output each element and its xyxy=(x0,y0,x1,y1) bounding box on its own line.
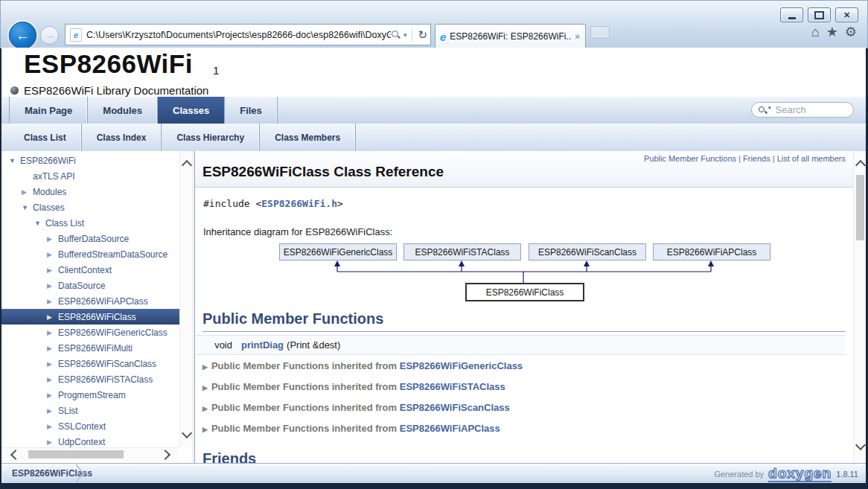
sidebar-item-clientcontext[interactable]: ▶ClientContext xyxy=(1,262,179,278)
inherited-class-link[interactable]: ESP8266WiFiGenericClass xyxy=(400,360,523,371)
sidebar-item-esp8266wifiscanclass[interactable]: ▶ESP8266WiFiScanClass xyxy=(1,356,179,371)
tree-collapsed-arrow-icon[interactable]: ▶ xyxy=(47,407,58,415)
sidebar-item-esp8266wifistaclass[interactable]: ▶ESP8266WiFiSTAClass xyxy=(1,371,179,387)
dropdown-caret-icon[interactable]: ▾ xyxy=(403,31,407,39)
sidebar-item-class-list[interactable]: ▼Class List xyxy=(1,215,179,231)
expand-arrow-icon[interactable]: ▶ xyxy=(202,405,208,412)
member-return-type: void xyxy=(195,339,232,351)
summary-link-friends[interactable]: Friends xyxy=(743,154,770,163)
tree-collapsed-arrow-icon[interactable]: ▶ xyxy=(47,438,58,446)
sidebar-item-esp8266wifiapclass[interactable]: ▶ESP8266WiFiAPClass xyxy=(1,293,179,309)
scrollbar-thumb[interactable] xyxy=(28,450,124,458)
sidebar-item-bufferedstreamdatasource[interactable]: ▶BufferedStreamDataSource xyxy=(1,246,179,262)
tab-files[interactable]: Files xyxy=(225,97,278,124)
scroll-up-icon[interactable] xyxy=(854,157,866,173)
content-scrollbar-vertical[interactable] xyxy=(853,151,866,463)
tab-modules[interactable]: Modules xyxy=(88,97,158,124)
forward-button[interactable]: → xyxy=(40,26,59,45)
include-file-link[interactable]: ESP8266WiFi.h xyxy=(261,198,337,209)
sidebar-item-slist[interactable]: ▶SList xyxy=(1,403,179,418)
inherited-section-esp8266wifistaclass[interactable]: ▶Public Member Functions inherited from … xyxy=(202,381,505,392)
expand-arrow-icon[interactable]: ▶ xyxy=(202,384,208,391)
diagram-node-esp8266wifiscanclass[interactable]: ESP8266WiFiScanClass xyxy=(529,243,646,261)
sidebar-item-udpcontext[interactable]: ▶UdpContext xyxy=(1,434,179,447)
tab-classes[interactable]: Classes xyxy=(158,97,225,124)
sidebar-item-esp8266wifimulti[interactable]: ▶ESP8266WiFiMulti xyxy=(1,340,179,356)
address-bar[interactable]: e C:\Users\Krzysztof\Documents\Projects\… xyxy=(65,24,431,45)
tab-main-page[interactable]: Main Page xyxy=(9,97,88,124)
tree-expanded-arrow-icon[interactable]: ▼ xyxy=(34,220,45,227)
subtab-class-hierarchy[interactable]: Class Hierarchy xyxy=(162,124,260,151)
sidebar-item-progmemstream[interactable]: ▶ProgmemStream xyxy=(1,387,179,403)
diagram-node-esp8266wifiapclass[interactable]: ESP8266WiFiAPClass xyxy=(653,243,770,261)
tree-collapsed-arrow-icon[interactable]: ▶ xyxy=(47,423,58,430)
scroll-down-icon[interactable] xyxy=(180,425,193,441)
sidebar-scrollbar-vertical[interactable] xyxy=(179,151,193,447)
tree-collapsed-arrow-icon[interactable]: ▶ xyxy=(47,329,58,336)
expand-arrow-icon[interactable]: ▶ xyxy=(202,363,208,371)
tree-collapsed-arrow-icon[interactable]: ▶ xyxy=(47,298,58,305)
inherited-section-esp8266wifiscanclass[interactable]: ▶Public Member Functions inherited from … xyxy=(202,402,510,413)
inherited-section-esp8266wifigenericclass[interactable]: ▶Public Member Functions inherited from … xyxy=(202,360,523,371)
tree-collapsed-arrow-icon[interactable]: ▶ xyxy=(47,360,58,368)
search-icon[interactable] xyxy=(391,30,401,39)
tree-collapsed-arrow-icon[interactable]: ▶ xyxy=(47,251,58,258)
doxygen-logo[interactable]: doxygen xyxy=(768,466,832,482)
scroll-down-icon[interactable] xyxy=(854,437,866,453)
subtab-class-index[interactable]: Class Index xyxy=(82,124,162,151)
tree-collapsed-arrow-icon[interactable]: ▶ xyxy=(47,235,58,243)
doxygen-version: 1.8.11 xyxy=(836,470,858,479)
subtab-class-members[interactable]: Class Members xyxy=(260,124,356,151)
sidebar-item-modules[interactable]: ▶Modules xyxy=(1,184,179,199)
inherited-class-link[interactable]: ESP8266WiFiSTAClass xyxy=(400,381,505,392)
summary-link-public-member-functions[interactable]: Public Member Functions xyxy=(644,154,736,163)
home-icon[interactable]: ⌂ xyxy=(811,25,820,39)
tree-collapsed-arrow-icon[interactable]: ▶ xyxy=(47,391,58,399)
sidebar-scrollbar-horizontal[interactable] xyxy=(1,447,179,461)
back-arrow-icon: ← xyxy=(16,28,30,42)
inherited-class-link[interactable]: ESP8266WiFiScanClass xyxy=(400,402,510,413)
sidebar-item-esp8266wifi[interactable]: ▼ESP8266WiFi xyxy=(1,153,179,168)
sidebar-item-bufferdatasource[interactable]: ▶BufferDataSource xyxy=(1,231,179,246)
favorites-star-icon[interactable]: ★ xyxy=(826,25,838,39)
tree-collapsed-arrow-icon[interactable]: ▶ xyxy=(47,313,58,321)
back-button[interactable]: ← xyxy=(9,22,36,49)
diagram-node-esp8266wifigenericclass[interactable]: ESP8266WiFiGenericClass xyxy=(279,243,397,261)
summary-link-list-of-all-members[interactable]: List of all members xyxy=(777,154,846,163)
tree-expanded-arrow-icon[interactable]: ▼ xyxy=(22,204,33,211)
sidebar-item-esp8266wifigenericclass[interactable]: ▶ESP8266WiFiGenericClass xyxy=(1,325,179,340)
tree-collapsed-arrow-icon[interactable]: ▶ xyxy=(47,282,58,290)
tree-collapsed-arrow-icon[interactable]: ▶ xyxy=(47,266,58,274)
new-tab-button[interactable] xyxy=(590,26,610,39)
browser-tab[interactable]: e ESP8266WiFi: ESP8266WiFi... ✕ xyxy=(435,24,586,48)
tree-collapsed-arrow-icon[interactable]: ▶ xyxy=(47,376,58,383)
member-name-link[interactable]: printDiag xyxy=(241,339,284,351)
tree-expanded-arrow-icon[interactable]: ▼ xyxy=(9,157,20,164)
scroll-left-icon[interactable] xyxy=(7,448,24,461)
inherited-section-esp8266wifiapclass[interactable]: ▶Public Member Functions inherited from … xyxy=(202,423,500,434)
expand-arrow-icon[interactable]: ▶ xyxy=(202,426,208,433)
diagram-node-esp8266wifistaclass[interactable]: ESP8266WiFiSTAClass xyxy=(403,243,521,261)
tree-item-label: ProgmemStream xyxy=(58,390,126,400)
generated-by-label: Generated by xyxy=(714,470,764,479)
tree-collapsed-arrow-icon[interactable]: ▶ xyxy=(47,345,58,352)
tools-gear-icon[interactable]: ⚙ xyxy=(845,25,857,39)
sidebar-item-sslcontext[interactable]: ▶SSLContext xyxy=(1,418,179,434)
forward-arrow-icon: → xyxy=(45,31,54,40)
scroll-up-icon[interactable] xyxy=(180,157,193,173)
search-dropdown-caret-icon[interactable]: ▾ xyxy=(768,105,771,111)
inherited-class-link[interactable]: ESP8266WiFiAPClass xyxy=(400,423,500,434)
subtab-class-list[interactable]: Class List xyxy=(9,124,82,151)
tab-title: ESP8266WiFi: ESP8266WiFi... xyxy=(450,31,571,42)
scroll-right-icon[interactable] xyxy=(157,448,173,461)
tree-collapsed-arrow-icon[interactable]: ▶ xyxy=(22,188,33,196)
page-favicon: e xyxy=(70,28,82,42)
doxygen-search-box[interactable]: ▾ Search xyxy=(751,102,854,118)
sidebar-item-datasource[interactable]: ▶DataSource xyxy=(1,278,179,293)
tab-close-icon[interactable]: ✕ xyxy=(575,33,581,41)
scrollbar-thumb[interactable] xyxy=(856,175,864,240)
sidebar-item-classes[interactable]: ▼Classes xyxy=(1,199,179,215)
refresh-icon[interactable]: ↻ xyxy=(418,29,427,40)
sidebar-item-axtls-api[interactable]: axTLS API xyxy=(1,168,179,184)
sidebar-item-esp8266wificlass[interactable]: ▶ESP8266WiFiClass xyxy=(1,309,179,325)
